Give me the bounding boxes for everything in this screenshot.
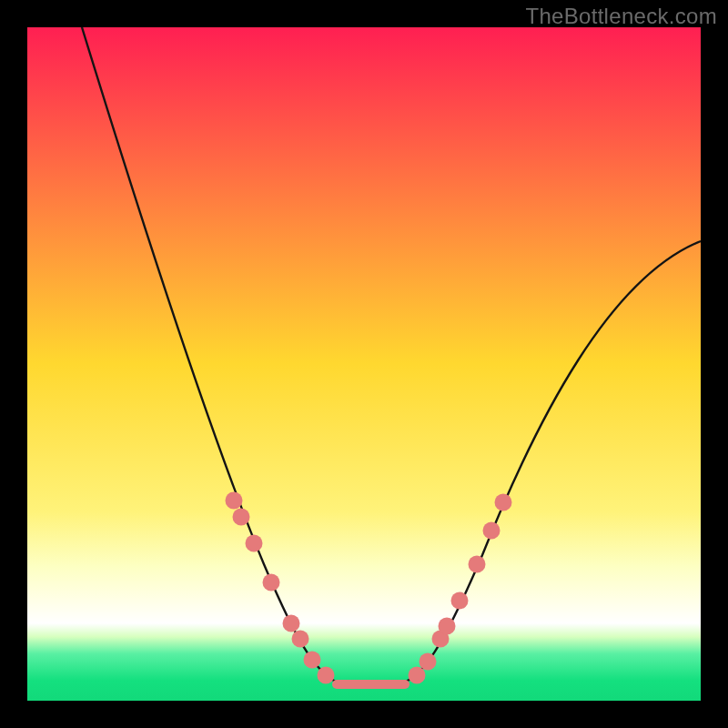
markers-left: [226, 492, 335, 684]
marker-dot: [263, 574, 280, 592]
marker-dot: [495, 494, 512, 511]
bottleneck-curve: [82, 27, 701, 684]
marker-dot: [409, 667, 426, 684]
marker-dot: [226, 492, 243, 510]
marker-dot: [483, 522, 500, 540]
watermark-text: TheBottleneck.com: [525, 4, 717, 29]
marker-dot: [283, 615, 300, 632]
chart-frame: TheBottleneck.com: [0, 0, 728, 728]
marker-dot: [469, 556, 486, 573]
marker-dot: [292, 631, 309, 648]
curve-layer: [27, 27, 701, 701]
plot-area: [27, 27, 701, 701]
marker-dot: [439, 618, 456, 635]
marker-dot: [420, 653, 437, 671]
marker-dot: [318, 667, 335, 684]
marker-dot: [233, 509, 250, 526]
marker-dot: [451, 592, 469, 610]
marker-dot: [246, 535, 263, 552]
marker-dot: [304, 652, 321, 669]
